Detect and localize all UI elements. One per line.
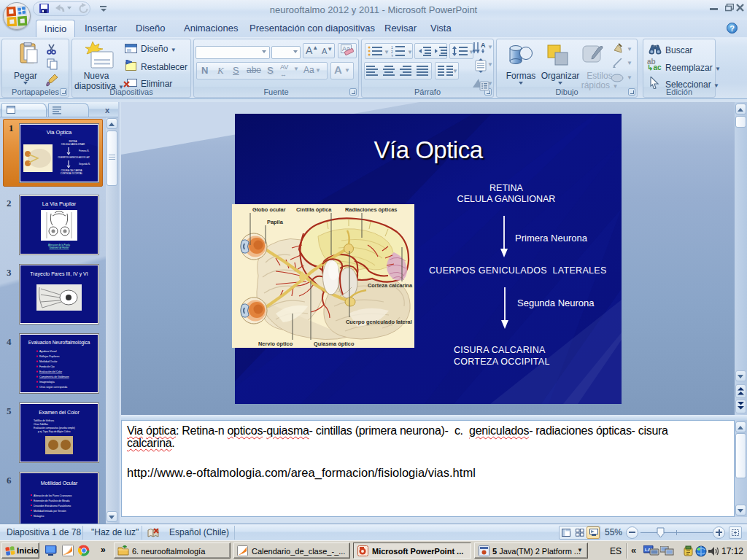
- svg-text:Quiasma óptico: Quiasma óptico: [314, 341, 355, 347]
- svg-text:Radiaciones ópticas: Radiaciones ópticas: [345, 206, 397, 213]
- svg-text:Globo ocular: Globo ocular: [252, 206, 286, 213]
- svg-text:CORTEZA OCCIPITAL: CORTEZA OCCIPITAL: [61, 172, 83, 175]
- svg-text:3: 3: [391, 54, 393, 57]
- svg-text:Via Optica: Via Optica: [47, 129, 72, 136]
- svg-text:Evaluacion Neuroftalmológica: Evaluacion Neuroftalmológica: [28, 340, 90, 346]
- svg-text:Motilidad limitada por Tensión: Motilidad limitada por Tensión: [34, 510, 66, 513]
- svg-text:Primera N.: Primera N.: [79, 149, 90, 152]
- svg-text:Desorden Estrabismo Paralelism: Desorden Estrabismo Paralelismo: [34, 505, 71, 508]
- svg-text:Corteza calcarina: Corteza calcarina: [368, 282, 413, 289]
- svg-text:Evaluación del Color: Evaluación del Color: [39, 370, 63, 373]
- svg-text:Fondo de Ojo: Fondo de Ojo: [39, 365, 55, 368]
- svg-text:Nistagmo: Nistagmo: [34, 515, 44, 518]
- svg-text:CELULA GANGLIONAR: CELULA GANGLIONAR: [61, 143, 85, 146]
- svg-text:Papila: Papila: [267, 219, 284, 225]
- svg-text:La Via Pupilar: La Via Pupilar: [42, 201, 77, 207]
- svg-text:Nervio óptico: Nervio óptico: [258, 341, 293, 347]
- svg-text:Otras Tablillas: Otras Tablillas: [34, 423, 48, 426]
- svg-text:Reflejos Pupilares: Reflejos Pupilares: [39, 355, 60, 358]
- svg-text:Motilidad Ocular: Motilidad Ocular: [41, 481, 78, 486]
- svg-text:Imagenología: Imagenología: [39, 381, 55, 384]
- svg-text:Tablillas de Ishihara: Tablillas de Ishihara: [34, 419, 54, 422]
- svg-text:Trayecto Pares III, IV y VI: Trayecto Pares III, IV y VI: [30, 271, 88, 277]
- svg-text:Alteración de los Pares Cranea: Alteración de los Pares Craneanos: [34, 494, 72, 497]
- svg-text:p.ej. Tapa Roja de Algún Colir: p.ej. Tapa Roja de Algún Colirio: [38, 430, 71, 433]
- svg-text:A: A: [481, 42, 486, 49]
- svg-text:Cuerpo geniculado lateral: Cuerpo geniculado lateral: [346, 319, 412, 325]
- svg-text:Otros según corresponda: Otros según corresponda: [39, 386, 67, 389]
- svg-text:Cintilla óptica: Cintilla óptica: [296, 206, 332, 213]
- svg-text:Extensión de Parálisis de Mira: Extensión de Parálisis de Mirada: [34, 499, 69, 502]
- svg-text:Campimetría de Goldmann: Campimetría de Goldmann: [39, 376, 69, 378]
- svg-text:Segunda N.: Segunda N.: [79, 163, 90, 166]
- svg-text:Motilidad Ocular: Motilidad Ocular: [39, 360, 58, 363]
- svg-text:CUERPOS GENICULADOS LAT: CUERPOS GENICULADOS LAT: [58, 156, 90, 159]
- svg-text:Evaluación comparativa (prueba: Evaluación comparativa (prueba simple): [34, 427, 75, 429]
- svg-text:Sindrome de Horner: Sindrome de Horner: [49, 246, 69, 249]
- svg-text:Examen del Color: Examen del Color: [39, 410, 80, 415]
- svg-text:Agudeza Visual: Agudeza Visual: [39, 350, 57, 353]
